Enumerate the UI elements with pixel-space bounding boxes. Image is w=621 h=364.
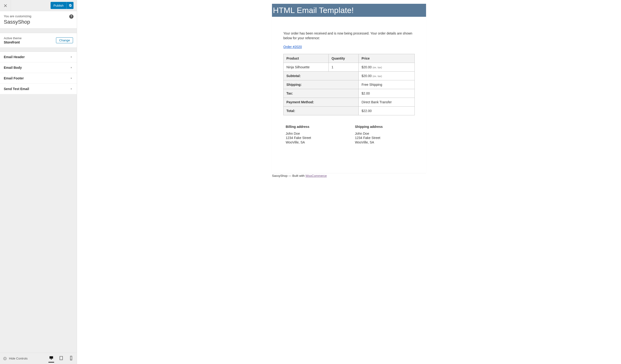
- desktop-icon: [49, 355, 54, 360]
- value-subtotal: $20.00 (ex. tax): [359, 71, 415, 80]
- device-tablet-button[interactable]: [58, 355, 64, 362]
- site-title: SassyShop: [4, 19, 73, 25]
- th-price: Price: [359, 54, 415, 63]
- built-with-line: SassyShop — Built with WooCommerce: [272, 173, 426, 180]
- billing-address: Billing address John Doe 1234 Fake Stree…: [286, 125, 345, 145]
- customizer-sidebar: Publish You are customizing SassyShop ? …: [0, 0, 77, 364]
- value-tax: $2.00: [359, 89, 415, 98]
- built-with-prefix: SassyShop — Built with: [272, 174, 306, 177]
- th-product: Product: [284, 54, 329, 63]
- shipping-street: 1234 Fake Street: [355, 136, 415, 140]
- accordion-item-send-test-email[interactable]: Send Test Email: [0, 84, 77, 94]
- accordion: Email Header Email Body Email Footer Sen…: [0, 52, 77, 94]
- order-link[interactable]: Order #2020: [283, 45, 302, 49]
- active-theme-label: Active theme: [4, 36, 21, 40]
- value-shipping: Free Shipping: [359, 80, 415, 89]
- shipping-city: WooVille, SA: [355, 140, 415, 145]
- publish-group: Publish: [51, 2, 77, 9]
- row-total: Total: $22.00: [284, 106, 415, 115]
- help-icon[interactable]: ?: [69, 15, 73, 19]
- device-mobile-button[interactable]: [68, 355, 74, 362]
- cell-price: $20.00 (ex. tax): [359, 63, 415, 71]
- gear-icon: [68, 3, 72, 7]
- shipping-name: John Doe: [355, 131, 415, 136]
- sidebar-footer: Hide Controls: [0, 353, 77, 364]
- sidebar-header: Publish: [0, 0, 77, 11]
- order-table: Product Quantity Price Ninja Silhouette …: [283, 54, 415, 115]
- accordion-label: Email Footer: [4, 76, 24, 80]
- chevron-right-icon: [70, 87, 73, 90]
- email-card: HTML Email Template! Your order has been…: [272, 4, 426, 173]
- cell-product: Ninja Silhouette: [284, 63, 329, 71]
- accordion-label: Email Header: [4, 55, 25, 59]
- label-shipping: Shipping:: [284, 80, 359, 89]
- row-shipping: Shipping: Free Shipping: [284, 80, 415, 89]
- shipping-address: Shipping address John Doe 1234 Fake Stre…: [355, 125, 415, 145]
- label-payment: Payment Method:: [284, 98, 359, 106]
- change-theme-button[interactable]: Change: [56, 37, 73, 43]
- svg-point-1: [61, 359, 61, 360]
- publish-settings-button[interactable]: [66, 2, 73, 9]
- chevron-right-icon: [70, 77, 73, 80]
- shipping-title: Shipping address: [355, 125, 415, 129]
- label-subtotal: Subtotal:: [284, 71, 359, 80]
- billing-name: John Doe: [286, 131, 345, 136]
- row-payment: Payment Method: Direct Bank Transfer: [284, 98, 415, 106]
- row-tax: Tax: $2.00: [284, 89, 415, 98]
- accordion-item-email-footer[interactable]: Email Footer: [0, 73, 77, 84]
- hide-controls-button[interactable]: Hide Controls: [3, 356, 28, 361]
- device-desktop-button[interactable]: [49, 355, 54, 363]
- chevron-right-icon: [70, 66, 73, 69]
- accordion-item-email-header[interactable]: Email Header: [0, 52, 77, 62]
- woocommerce-link[interactable]: WooCommerce: [306, 174, 327, 177]
- cell-quantity: 1: [329, 63, 359, 71]
- svg-point-2: [71, 359, 71, 360]
- theme-name: Storefront: [4, 40, 21, 44]
- addresses: Billing address John Doe 1234 Fake Stree…: [286, 125, 415, 145]
- label-tax: Tax:: [284, 89, 359, 98]
- row-subtotal: Subtotal: $20.00 (ex. tax): [284, 71, 415, 80]
- tablet-icon: [59, 356, 64, 361]
- value-payment: Direct Bank Transfer: [359, 98, 415, 106]
- chevron-right-icon: [70, 55, 73, 59]
- email-banner: HTML Email Template!: [272, 4, 426, 17]
- th-quantity: Quantity: [329, 54, 359, 63]
- accordion-label: Send Test Email: [4, 87, 29, 91]
- preview-pane[interactable]: HTML Email Template! Your order has been…: [77, 0, 621, 364]
- customizing-panel: You are customizing SassyShop ?: [0, 11, 77, 29]
- billing-street: 1234 Fake Street: [286, 136, 345, 140]
- accordion-item-email-body[interactable]: Email Body: [0, 62, 77, 73]
- accordion-label: Email Body: [4, 66, 22, 69]
- billing-city: WooVille, SA: [286, 140, 345, 145]
- value-total: $22.00: [359, 106, 415, 115]
- billing-title: Billing address: [286, 125, 345, 129]
- close-icon: [3, 3, 8, 8]
- chevron-left-circle-icon: [3, 356, 7, 361]
- email-body: Your order has been received and is now …: [272, 17, 426, 173]
- table-row: Ninja Silhouette 1 $20.00 (ex. tax): [284, 63, 415, 71]
- email-intro: Your order has been received and is now …: [283, 31, 415, 41]
- hide-controls-label: Hide Controls: [9, 357, 28, 360]
- label-total: Total:: [284, 106, 359, 115]
- mobile-icon: [69, 356, 73, 361]
- device-toggles: [49, 355, 74, 363]
- close-button[interactable]: [0, 0, 11, 11]
- customizing-label: You are customizing: [4, 15, 73, 18]
- publish-button[interactable]: Publish: [51, 2, 66, 9]
- theme-panel: Active theme Storefront Change: [0, 33, 77, 48]
